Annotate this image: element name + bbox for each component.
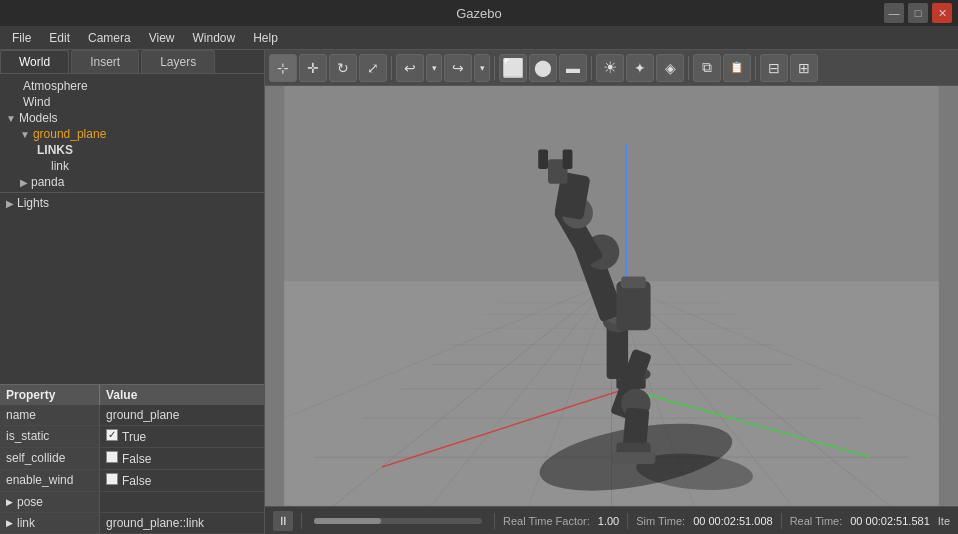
checkbox-self-collide[interactable] — [106, 451, 118, 463]
tab-world[interactable]: World — [0, 50, 69, 73]
undo-dropdown-button[interactable]: ▾ — [426, 54, 442, 82]
window-controls: — □ ✕ — [884, 3, 952, 23]
panel-tabs: World Insert Layers — [0, 50, 264, 74]
svg-rect-44 — [612, 452, 656, 464]
status-divider-1 — [301, 513, 302, 529]
prop-row-pose[interactable]: ▶pose — [0, 492, 264, 513]
tree-item-lights[interactable]: ▶ Lights — [0, 195, 264, 211]
menu-window[interactable]: Window — [185, 29, 244, 47]
titlebar: Gazebo — □ ✕ — [0, 0, 958, 26]
sim-time-label: Sim Time: — [636, 515, 685, 527]
status-divider-4 — [781, 513, 782, 529]
prop-row-self-collide: self_collide False — [0, 448, 264, 470]
tab-insert[interactable]: Insert — [71, 50, 139, 73]
statusbar: ⏸ Real Time Factor: 1.00 Sim Time: 00 00… — [265, 506, 958, 534]
prop-val-is-static[interactable]: True — [100, 426, 264, 447]
right-panel: ⊹ ✛ ↻ ⤢ ↩ ▾ ↪ ▾ ⬜ ⬤ ▬ ☀ ✦ ◈ ⧉ 📋 ⊟ — [265, 50, 958, 534]
point-light-button[interactable]: ☀ — [596, 54, 624, 82]
progress-bar — [314, 518, 381, 524]
toolbar: ⊹ ✛ ↻ ⤢ ↩ ▾ ↪ ▾ ⬜ ⬤ ▬ ☀ ✦ ◈ ⧉ 📋 ⊟ — [265, 50, 958, 86]
tree-item-link[interactable]: link — [0, 158, 264, 174]
rotate-tool-button[interactable]: ↻ — [329, 54, 357, 82]
scale-tool-button[interactable]: ⤢ — [359, 54, 387, 82]
svg-rect-39 — [621, 276, 645, 288]
close-button[interactable]: ✕ — [932, 3, 952, 23]
toolbar-sep-2 — [494, 56, 495, 80]
tree-item-label: Lights — [17, 196, 49, 210]
status-ite: Ite — [938, 515, 950, 527]
svg-rect-38 — [616, 281, 650, 330]
copy-button[interactable]: ⧉ — [693, 54, 721, 82]
prop-key-link[interactable]: ▶link — [0, 513, 100, 533]
prop-key-is-static: is_static — [0, 426, 100, 447]
tree-item-label: Wind — [23, 95, 50, 109]
menubar: File Edit Camera View Window Help — [0, 26, 958, 50]
expand-arrow: ▼ — [6, 113, 16, 124]
tree-view: Atmosphere Wind ▼ Models ▼ ground_plane … — [0, 74, 264, 384]
expand-arrow: ▼ — [20, 129, 30, 140]
real-time-label: Real Time: — [790, 515, 843, 527]
menu-file[interactable]: File — [4, 29, 39, 47]
select-tool-button[interactable]: ⊹ — [269, 54, 297, 82]
prop-row-is-static: is_static True — [0, 426, 264, 448]
sphere-shape-button[interactable]: ⬤ — [529, 54, 557, 82]
tree-item-panda[interactable]: ▶ panda — [0, 174, 264, 190]
prop-val-pose — [100, 492, 264, 512]
tree-item-wind[interactable]: Wind — [0, 94, 264, 110]
minimize-button[interactable]: — — [884, 3, 904, 23]
align-button[interactable]: ⊟ — [760, 54, 788, 82]
expand-icon-pose: ▶ — [6, 497, 13, 507]
tree-item-label: Models — [19, 111, 58, 125]
prop-key-pose[interactable]: ▶pose — [0, 492, 100, 512]
prop-row-link[interactable]: ▶link ground_plane::link — [0, 513, 264, 534]
menu-view[interactable]: View — [141, 29, 183, 47]
prop-val-link: ground_plane::link — [100, 513, 264, 533]
tree-item-ground-plane[interactable]: ▼ ground_plane — [0, 126, 264, 142]
snap-button[interactable]: ⊞ — [790, 54, 818, 82]
expand-arrow: ▶ — [6, 198, 14, 209]
prop-header: Property Value — [0, 385, 264, 405]
tree-item-label: LINKS — [37, 143, 73, 157]
dir-light-button[interactable]: ✦ — [626, 54, 654, 82]
redo-button[interactable]: ↪ — [444, 54, 472, 82]
box-shape-button[interactable]: ⬜ — [499, 54, 527, 82]
prop-key-name: name — [0, 405, 100, 425]
prop-row-enable-wind: enable_wind False — [0, 470, 264, 492]
prop-val-self-collide[interactable]: False — [100, 448, 264, 469]
maximize-button[interactable]: □ — [908, 3, 928, 23]
undo-button[interactable]: ↩ — [396, 54, 424, 82]
menu-help[interactable]: Help — [245, 29, 286, 47]
spot-light-button[interactable]: ◈ — [656, 54, 684, 82]
status-divider-2 — [494, 513, 495, 529]
left-panel: World Insert Layers Atmosphere Wind ▼ Mo… — [0, 50, 265, 534]
checkbox-is-static[interactable] — [106, 429, 118, 441]
tree-item-models[interactable]: ▼ Models — [0, 110, 264, 126]
tree-item-label: link — [51, 159, 69, 173]
paste-button[interactable]: 📋 — [723, 54, 751, 82]
rtf-value: 1.00 — [598, 515, 619, 527]
menu-camera[interactable]: Camera — [80, 29, 139, 47]
translate-tool-button[interactable]: ✛ — [299, 54, 327, 82]
svg-rect-37 — [563, 149, 573, 169]
viewport[interactable] — [265, 86, 958, 506]
real-time-value: 00 00:02:51.581 — [850, 515, 930, 527]
checkbox-enable-wind[interactable] — [106, 473, 118, 485]
progress-bar-container[interactable] — [314, 518, 482, 524]
sim-time-value: 00 00:02:51.008 — [693, 515, 773, 527]
menu-edit[interactable]: Edit — [41, 29, 78, 47]
properties-panel: Property Value name ground_plane is_stat… — [0, 384, 264, 534]
redo-dropdown-button[interactable]: ▾ — [474, 54, 490, 82]
app-title: Gazebo — [456, 6, 502, 21]
expand-icon-link: ▶ — [6, 518, 13, 528]
pause-button[interactable]: ⏸ — [273, 511, 293, 531]
status-divider-3 — [627, 513, 628, 529]
tree-item-atmosphere[interactable]: Atmosphere — [0, 78, 264, 94]
prop-col-value: Value — [100, 385, 264, 405]
tree-separator — [0, 192, 264, 193]
prop-val-enable-wind[interactable]: False — [100, 470, 264, 491]
main-layout: World Insert Layers Atmosphere Wind ▼ Mo… — [0, 50, 958, 534]
tab-layers[interactable]: Layers — [141, 50, 215, 73]
toolbar-sep-5 — [755, 56, 756, 80]
cylinder-shape-button[interactable]: ▬ — [559, 54, 587, 82]
tree-item-links[interactable]: LINKS — [0, 142, 264, 158]
